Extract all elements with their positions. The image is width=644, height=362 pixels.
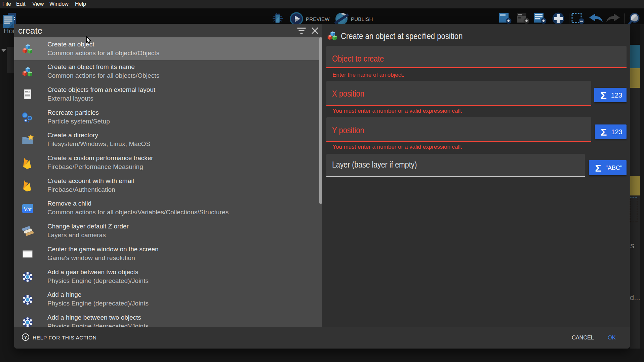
- svg-text:?: ?: [24, 335, 27, 340]
